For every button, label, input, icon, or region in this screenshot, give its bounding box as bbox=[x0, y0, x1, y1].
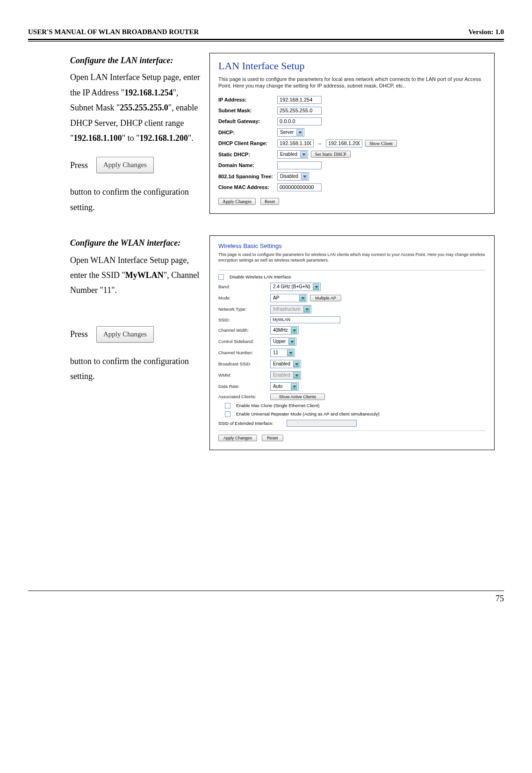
header-right: Version: 1.0 bbox=[468, 28, 504, 36]
chevron-down-icon bbox=[291, 327, 297, 334]
chevron-down-icon bbox=[300, 151, 307, 158]
divider bbox=[218, 270, 486, 270]
chevron-down-icon bbox=[293, 361, 300, 367]
chevron-down-icon bbox=[291, 383, 297, 390]
clients-label: Associated Clients: bbox=[218, 394, 267, 399]
multiple-ap-button[interactable]: Multiple AP bbox=[310, 295, 341, 301]
header-left: USER'S MANUAL OF WLAN BROADBAND ROUTER bbox=[28, 28, 199, 36]
chevron-down-icon bbox=[299, 295, 306, 301]
repeater-label: Enable Universal Repeater Mode (Acting a… bbox=[236, 411, 380, 416]
page-header: USER'S MANUAL OF WLAN BROADBAND ROUTER V… bbox=[28, 28, 504, 39]
chevron-down-icon bbox=[303, 306, 310, 313]
channel-label: Channel Number: bbox=[218, 350, 267, 355]
chevron-down-icon bbox=[301, 173, 308, 180]
domain-input[interactable] bbox=[277, 161, 322, 169]
lan-heading: Configure the LAN interface: bbox=[70, 53, 201, 68]
disable-wlan-checkbox[interactable] bbox=[218, 274, 224, 280]
band-select[interactable]: 2.4 GHz (B+G+N) bbox=[270, 283, 321, 291]
broadcast-label: Broadcast SSID: bbox=[218, 361, 267, 366]
ssid-input[interactable] bbox=[270, 316, 340, 323]
nettype-select[interactable]: Infrastructure bbox=[270, 305, 311, 314]
spanning-select[interactable]: Disabled bbox=[277, 172, 309, 181]
header-rule bbox=[28, 39, 504, 42]
gateway-input[interactable] bbox=[277, 117, 322, 125]
content: Configure the LAN interface: Open LAN In… bbox=[70, 53, 495, 450]
press-label: Press bbox=[70, 158, 88, 173]
chevron-down-icon bbox=[293, 372, 300, 379]
page-number: 75 bbox=[28, 594, 504, 604]
lan-apply-button[interactable]: Apply Changes bbox=[218, 198, 256, 205]
mac-label: Clone MAC Address: bbox=[218, 184, 274, 190]
nettype-label: Network Type: bbox=[218, 306, 267, 312]
wlan-press-row: Press Apply Changes bbox=[70, 326, 201, 343]
mask-input[interactable] bbox=[277, 107, 322, 115]
chevron-down-icon bbox=[287, 350, 294, 356]
wlan-body: Open WLAN Interface Setup page, enter th… bbox=[70, 253, 201, 298]
wlan-panel: Wireless Basic Settings This page is use… bbox=[209, 235, 495, 450]
wlan-heading: Configure the WLAN interface: bbox=[70, 235, 201, 250]
ext-ssid-label: SSID of Extended Interface: bbox=[218, 421, 284, 426]
disable-wlan-label: Disable Wireless LAN Interface bbox=[230, 274, 291, 279]
wlan-confirm: button to confirm the configuration sett… bbox=[70, 354, 201, 384]
divider bbox=[218, 430, 486, 431]
dhcp-label: DHCP: bbox=[218, 130, 274, 135]
range-end-input[interactable] bbox=[326, 139, 362, 147]
footer-rule bbox=[28, 591, 504, 594]
wlan-panel-title: Wireless Basic Settings bbox=[218, 242, 486, 249]
ssid-label: SSID: bbox=[218, 317, 267, 322]
lan-text-col: Configure the LAN interface: Open LAN In… bbox=[70, 53, 201, 217]
wmm-select[interactable]: Enabled bbox=[270, 371, 301, 379]
gateway-label: Default Gateway: bbox=[218, 118, 274, 124]
lan-body: Open LAN Interface Setup page, enter the… bbox=[70, 70, 201, 146]
band-label: Band: bbox=[218, 284, 267, 289]
range-label: DHCP Client Range: bbox=[218, 140, 274, 146]
dhcp-select[interactable]: Server bbox=[277, 128, 304, 137]
wlan-section: Configure the WLAN interface: Open WLAN … bbox=[70, 235, 495, 450]
width-select[interactable]: 40MHz bbox=[270, 326, 299, 335]
chevron-down-icon bbox=[288, 338, 295, 345]
sideband-label: Control Sideband: bbox=[218, 339, 267, 344]
domain-label: Domain Name: bbox=[218, 162, 274, 168]
lan-press-row: Press Apply Changes bbox=[70, 157, 201, 173]
wlan-reset-button[interactable]: Reset bbox=[262, 435, 283, 441]
spanning-label: 802.1d Spanning Tree: bbox=[218, 174, 274, 179]
apply-changes-image: Apply Changes bbox=[96, 157, 154, 173]
show-active-clients-button[interactable]: Show Active Clients bbox=[270, 394, 325, 400]
press-label: Press bbox=[70, 327, 88, 342]
static-dhcp-select[interactable]: Enabled bbox=[277, 150, 308, 159]
mask-label: Subnet Mask: bbox=[218, 108, 274, 113]
ip-input[interactable] bbox=[277, 96, 322, 104]
wlan-panel-desc: This page is used to configure the param… bbox=[218, 252, 486, 263]
wlan-apply-button[interactable]: Apply Changes bbox=[218, 435, 257, 441]
sideband-select[interactable]: Upper bbox=[270, 337, 296, 346]
mac-clone-label: Enable Mac Clone (Single Ethernet Client… bbox=[236, 403, 319, 408]
width-label: Channel Width: bbox=[218, 328, 267, 333]
set-static-dhcp-button[interactable]: Set Static DHCP bbox=[311, 151, 351, 158]
mode-select[interactable]: AP bbox=[270, 294, 307, 302]
repeater-checkbox[interactable] bbox=[225, 411, 230, 417]
wlan-text-col: Configure the WLAN interface: Open WLAN … bbox=[70, 235, 201, 386]
mac-input[interactable] bbox=[277, 183, 322, 191]
broadcast-select[interactable]: Enabled bbox=[270, 360, 301, 368]
lan-section: Configure the LAN interface: Open LAN In… bbox=[70, 53, 495, 217]
rate-select[interactable]: Auto bbox=[270, 382, 299, 391]
lan-panel-title: LAN Interface Setup bbox=[218, 60, 486, 72]
lan-panel: LAN Interface Setup This page is used to… bbox=[209, 53, 495, 214]
lan-panel-desc: This page is used to configure the param… bbox=[218, 76, 486, 89]
chevron-down-icon bbox=[313, 284, 319, 290]
ext-ssid-input[interactable] bbox=[287, 420, 357, 427]
lan-reset-button[interactable]: Reset bbox=[260, 198, 279, 205]
channel-select[interactable]: 11 bbox=[270, 349, 295, 357]
mode-label: Mode: bbox=[218, 295, 267, 300]
chevron-down-icon bbox=[296, 129, 303, 136]
wmm-label: WMM: bbox=[218, 372, 267, 378]
ip-label: IP Address: bbox=[218, 97, 274, 102]
show-client-button[interactable]: Show Client bbox=[365, 140, 397, 147]
range-start-input[interactable] bbox=[277, 139, 314, 147]
apply-changes-image: Apply Changes bbox=[96, 326, 154, 343]
rate-label: Data Rate: bbox=[218, 384, 267, 389]
static-dhcp-label: Static DHCP: bbox=[218, 152, 274, 157]
lan-confirm: button to confirm the configuration sett… bbox=[70, 184, 201, 215]
mac-clone-checkbox[interactable] bbox=[225, 403, 230, 408]
